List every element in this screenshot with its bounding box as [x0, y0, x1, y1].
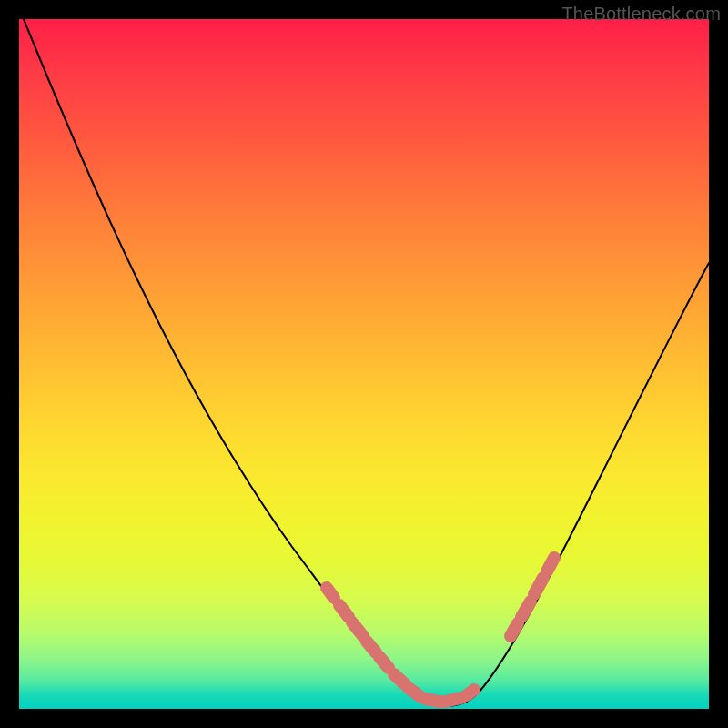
- svg-line-2: [352, 622, 363, 636]
- curve-svg: [19, 19, 709, 709]
- svg-line-10: [511, 623, 518, 636]
- plot-area: [19, 19, 709, 709]
- svg-line-3: [367, 642, 376, 652]
- chart-frame: TheBottleneck.com: [0, 0, 728, 728]
- svg-line-5: [394, 674, 405, 684]
- svg-line-9: [467, 690, 474, 695]
- svg-line-13: [547, 558, 554, 571]
- dash-cluster-left: [327, 588, 389, 668]
- dash-cluster-right: [511, 558, 554, 636]
- dash-cluster-trough: [394, 674, 474, 702]
- svg-line-6: [409, 688, 420, 696]
- svg-line-12: [534, 578, 543, 594]
- watermark-text: TheBottleneck.com: [561, 4, 721, 25]
- svg-line-1: [339, 605, 349, 617]
- svg-line-0: [327, 588, 334, 598]
- bottleneck-curve: [24, 19, 709, 706]
- svg-line-8: [445, 698, 461, 702]
- svg-line-7: [425, 699, 440, 702]
- svg-line-4: [379, 657, 389, 668]
- svg-line-11: [521, 602, 531, 617]
